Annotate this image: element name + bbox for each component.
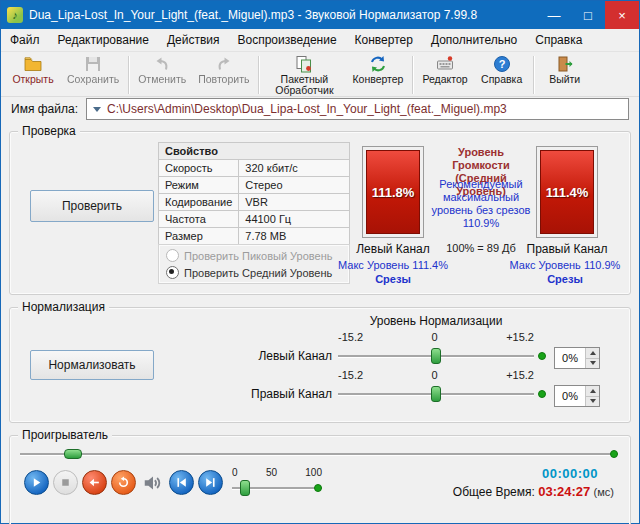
- spin-down-button[interactable]: [586, 396, 599, 407]
- repeat-button[interactable]: [111, 470, 136, 495]
- radio-selected-icon: [166, 266, 179, 279]
- right-slider-scale: -15.2 0 +15.2: [338, 369, 534, 381]
- toolbar-converter-label: Конвертер: [352, 74, 403, 85]
- toolbar-batch-processor-label: Пакетный Обработчик: [268, 74, 340, 96]
- menu-extra[interactable]: Дополнительно: [422, 29, 526, 51]
- slider-thumb[interactable]: [431, 348, 441, 364]
- next-button[interactable]: [198, 470, 223, 495]
- volume-scale-100: 100: [305, 467, 322, 478]
- radio-icon: [166, 249, 179, 262]
- prop-name: Размер: [159, 228, 239, 245]
- spin-down-button[interactable]: [586, 358, 599, 369]
- left-slider-scale: -15.2 0 +15.2: [338, 331, 534, 343]
- radio-average-level[interactable]: Проверить Средний Уровень: [166, 266, 342, 279]
- volume-thumb[interactable]: [240, 480, 250, 496]
- prop-name: Частота: [159, 211, 239, 228]
- normalize-group: Нормализация Нормализовать Уровень Норма…: [9, 307, 631, 423]
- table-row: Частота44100 Гц: [159, 211, 350, 228]
- volume-scale: 0 50 100: [232, 467, 322, 478]
- arrow-down-icon: [590, 361, 596, 365]
- total-time-label: Общее Время:: [453, 485, 535, 499]
- check-button[interactable]: Проверить: [30, 190, 154, 222]
- volume-scale-50: 50: [266, 467, 277, 478]
- open-folder-icon: [24, 55, 42, 73]
- exit-door-icon: [556, 55, 574, 73]
- prop-name: Кодирование: [159, 194, 239, 211]
- slider-end-dot: [538, 390, 546, 398]
- right-channel-slider-label: Правый Канал: [248, 387, 332, 401]
- toolbar-converter[interactable]: Конвертер: [346, 54, 409, 86]
- menu-actions[interactable]: Действия: [158, 29, 229, 51]
- spin-up-button[interactable]: [586, 386, 599, 396]
- total-time-units: (мс): [594, 486, 614, 498]
- left-level-value: 0%: [555, 348, 585, 368]
- menu-help[interactable]: Справка: [526, 29, 591, 51]
- stop-button[interactable]: [53, 470, 78, 495]
- redo-icon: [215, 55, 233, 73]
- arrow-down-icon: [590, 399, 596, 403]
- player-group-label: Проигрыватель: [18, 428, 112, 442]
- close-button[interactable]: ×: [605, 1, 639, 29]
- radio-peak-level: Проверить Пиковый Уровень: [166, 249, 342, 262]
- file-name-label: Имя файла:: [11, 102, 78, 116]
- scale-max: +15.2: [506, 369, 534, 381]
- left-channel-slider-label: Левый Канал: [248, 349, 332, 363]
- previous-icon: [175, 476, 188, 489]
- left-channel-meter: 111.8%: [362, 146, 424, 238]
- right-clips-link[interactable]: Срезы: [500, 273, 630, 285]
- menu-converter[interactable]: Конвертер: [346, 29, 422, 51]
- toolbar-editor[interactable]: Редактор: [416, 54, 473, 86]
- menu-bar: Файл Редактирование Действия Воспроизвед…: [1, 29, 639, 52]
- undo-icon: [153, 55, 171, 73]
- table-row: КодированиеVBR: [159, 194, 350, 211]
- toolbar-save[interactable]: Сохранить: [61, 54, 125, 86]
- toolbar-open[interactable]: Открыть: [5, 54, 61, 86]
- right-channel-slider[interactable]: [338, 386, 534, 402]
- slider-thumb[interactable]: [431, 386, 441, 402]
- toolbar-exit[interactable]: Выйти: [537, 54, 593, 86]
- next-icon: [204, 476, 217, 489]
- volume-button[interactable]: [140, 470, 165, 495]
- seek-slider[interactable]: [20, 446, 618, 462]
- prop-value: VBR: [239, 194, 350, 211]
- seek-track[interactable]: [20, 453, 618, 455]
- right-level-spinbox[interactable]: 0%: [554, 385, 600, 407]
- volume-slider[interactable]: [232, 480, 322, 496]
- right-max-level: Макс Уровень 110.9%: [500, 259, 630, 271]
- toolbar-redo[interactable]: Повторить: [192, 54, 255, 86]
- menu-playback[interactable]: Воспроизведение: [229, 29, 346, 51]
- table-row: РежимСтерео: [159, 177, 350, 194]
- menu-edit[interactable]: Редактирование: [49, 29, 158, 51]
- stop-icon: [59, 476, 72, 489]
- toolbar-separator: [533, 56, 534, 94]
- help-icon: ?: [493, 55, 511, 73]
- toolbar-redo-label: Повторить: [198, 74, 249, 85]
- previous-button[interactable]: [169, 470, 194, 495]
- left-clips-link[interactable]: Срезы: [328, 273, 458, 285]
- maximize-button[interactable]: □: [571, 1, 605, 29]
- menu-file[interactable]: Файл: [1, 29, 49, 51]
- scale-min: -15.2: [338, 331, 363, 343]
- arrow-up-icon: [590, 389, 596, 393]
- chevron-down-icon[interactable]: [93, 107, 101, 112]
- toolbar-undo[interactable]: Отменить: [132, 54, 192, 86]
- toolbar-help[interactable]: ? Справка: [474, 54, 530, 86]
- file-name-combobox[interactable]: C:\Users\Admin\Desktop\Dua_Lipa-Lost_In_…: [86, 98, 629, 120]
- slider-end-dot: [538, 352, 546, 360]
- normalize-group-label: Нормализация: [18, 300, 109, 314]
- left-level-spinbox[interactable]: 0%: [554, 347, 600, 369]
- play-button[interactable]: [24, 470, 49, 495]
- table-row: Скорость320 кбит/с: [159, 160, 350, 177]
- repeat-icon: [117, 476, 130, 489]
- left-channel-slider[interactable]: [338, 348, 534, 364]
- spin-up-button[interactable]: [586, 348, 599, 358]
- normalize-button[interactable]: Нормализовать: [30, 350, 154, 380]
- svg-text:?: ?: [498, 58, 505, 70]
- toolbar-separator: [258, 56, 259, 94]
- minimize-button[interactable]: —: [537, 1, 571, 29]
- toolbar-batch-processor[interactable]: Пакетный Обработчик: [262, 54, 346, 97]
- save-disk-icon: [84, 55, 102, 73]
- seek-thumb[interactable]: [64, 449, 82, 459]
- volume-end-dot: [314, 484, 322, 492]
- back-button[interactable]: [82, 470, 107, 495]
